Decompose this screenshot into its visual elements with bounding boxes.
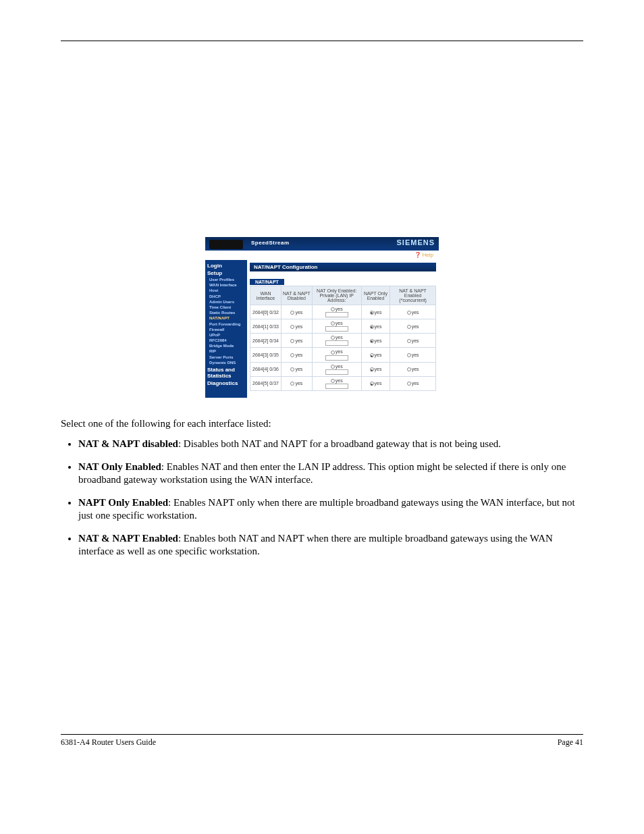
ip-input[interactable] <box>325 384 348 389</box>
radio-icon[interactable] <box>290 382 294 386</box>
sidebar-item-active[interactable]: NAT/NAPT <box>209 316 245 321</box>
option-text: : Disables both NAT and NAPT for a broad… <box>178 438 501 449</box>
sidebar-item[interactable]: UPnP <box>209 333 245 338</box>
radio-icon[interactable] <box>370 382 374 386</box>
cell-natonly[interactable]: yes <box>312 319 361 334</box>
radio-icon[interactable] <box>331 365 335 369</box>
radio-icon[interactable] <box>331 336 335 340</box>
sidebar-item[interactable]: WAN Interface <box>209 283 245 288</box>
radio-icon[interactable] <box>407 325 411 329</box>
ip-input[interactable] <box>325 340 348 346</box>
radio-icon[interactable] <box>331 307 335 311</box>
radio-icon[interactable] <box>290 325 294 329</box>
cell-naptonly[interactable]: yes <box>361 362 390 376</box>
sidebar-item[interactable]: RFC2684 <box>209 338 245 343</box>
cell-iface: 2684[1] 0/33 <box>250 319 281 334</box>
cell-disabled[interactable]: yes <box>281 348 312 362</box>
option-label: NAT & NAPT Enabled <box>78 533 178 544</box>
radio-icon[interactable] <box>370 353 374 357</box>
sidebar-item[interactable]: Static Routes <box>209 311 245 315</box>
radio-icon[interactable] <box>331 379 335 383</box>
cell-naptonly[interactable]: yes <box>361 334 390 348</box>
radio-icon[interactable] <box>290 339 294 343</box>
cell-both[interactable]: yes <box>390 334 436 348</box>
cell-iface: 2684[5] 0/37 <box>250 376 281 390</box>
cell-disabled[interactable]: yes <box>281 376 312 390</box>
radio-icon[interactable] <box>290 367 294 371</box>
cell-naptonly[interactable]: yes <box>361 376 390 390</box>
cell-both[interactable]: yes <box>390 305 436 319</box>
table-row: 2684[5] 0/37yesyesyesyes <box>250 376 436 390</box>
ip-input[interactable] <box>325 355 348 361</box>
cell-both[interactable]: yes <box>390 348 436 362</box>
shot-main: NAT/NAPT Configuration NAT/NAPT WAN Inte… <box>247 260 439 398</box>
cell-naptonly[interactable]: yes <box>361 305 390 319</box>
cell-natonly[interactable]: yes <box>312 334 361 348</box>
cell-iface: 2684[0] 0/32 <box>250 305 281 319</box>
sidebar-item[interactable]: Host <box>209 288 245 293</box>
top-rule <box>61 41 583 41</box>
th-both: NAT & NAPT Enabled (*concurrent) <box>390 286 436 305</box>
radio-icon[interactable] <box>407 339 411 343</box>
sidebar-item[interactable]: User Profiles <box>209 278 245 282</box>
sidebar-item[interactable]: Bridge Mode <box>209 344 245 348</box>
radio-icon[interactable] <box>370 325 374 329</box>
sidebar-item[interactable]: RIP <box>209 349 245 354</box>
sidebar-item[interactable]: Admin Users <box>209 300 245 305</box>
radio-icon[interactable] <box>407 382 411 386</box>
panel-title: NAT/NAPT Configuration <box>250 263 436 271</box>
cell-natonly[interactable]: yes <box>312 305 361 319</box>
radio-icon[interactable] <box>370 339 374 343</box>
cell-naptonly[interactable]: yes <box>361 348 390 362</box>
sidebar-status[interactable]: Status and Statistics <box>207 367 245 379</box>
radio-icon[interactable] <box>370 367 374 371</box>
sidebar-setup[interactable]: Setup <box>207 270 245 276</box>
sidebar-item[interactable]: Port Forwarding <box>209 322 245 327</box>
cell-both[interactable]: yes <box>390 319 436 334</box>
radio-icon[interactable] <box>290 311 294 315</box>
tab-natnapt[interactable]: NAT/NAPT <box>250 279 284 285</box>
sidebar-item[interactable]: Firewall <box>209 328 245 332</box>
cell-naptonly[interactable]: yes <box>361 319 390 334</box>
cell-disabled[interactable]: yes <box>281 362 312 376</box>
cell-both[interactable]: yes <box>390 376 436 390</box>
router-image <box>209 240 243 249</box>
radio-icon[interactable] <box>290 353 294 357</box>
help-label: Help <box>423 252 433 258</box>
sidebar: Login Setup User Profiles WAN Interface … <box>205 260 247 398</box>
ip-input[interactable] <box>325 369 348 375</box>
cell-natonly[interactable]: yes <box>312 376 361 390</box>
sidebar-item[interactable]: Time Client <box>209 305 245 310</box>
config-screenshot: SpeedStream SIEMENS Help Login Setup Use… <box>205 237 439 398</box>
radio-icon[interactable] <box>331 350 335 355</box>
cell-disabled[interactable]: yes <box>281 305 312 319</box>
cell-natonly[interactable]: yes <box>312 362 361 376</box>
radio-icon[interactable] <box>407 353 411 357</box>
footer-right: Page 41 <box>558 737 583 748</box>
radio-icon[interactable] <box>407 311 411 315</box>
table-row: 2684[1] 0/33yesyesyesyes <box>250 319 436 334</box>
th-naptonly: NAPT Only Enabled <box>361 286 390 305</box>
th-wan: WAN Interface <box>250 286 281 305</box>
brand-text: SpeedStream <box>251 240 290 246</box>
sidebar-item[interactable]: DHCP <box>209 294 245 299</box>
ip-input[interactable] <box>325 312 348 317</box>
list-item: NAT & NAPT disabled: Disables both NAT a… <box>78 438 583 451</box>
sidebar-diagnostics[interactable]: Diagnostics <box>207 380 245 386</box>
sidebar-item[interactable]: Server Ports <box>209 355 245 360</box>
cell-disabled[interactable]: yes <box>281 319 312 334</box>
radio-icon[interactable] <box>331 321 335 325</box>
radio-icon[interactable] <box>370 311 374 315</box>
cell-disabled[interactable]: yes <box>281 334 312 348</box>
siemens-logo: SIEMENS <box>396 238 435 246</box>
ip-input[interactable] <box>325 326 348 332</box>
cell-natonly[interactable]: yes <box>312 348 361 362</box>
cell-both[interactable]: yes <box>390 362 436 376</box>
list-item: NAPT Only Enabled: Enables NAPT only whe… <box>78 496 583 523</box>
help-link[interactable]: Help <box>414 252 433 258</box>
radio-icon[interactable] <box>407 367 411 371</box>
option-label: NAT Only Enabled <box>78 461 161 472</box>
sidebar-item[interactable]: Dynamic DNS <box>209 361 245 365</box>
sidebar-login[interactable]: Login <box>207 263 245 269</box>
footer-rule <box>61 734 583 735</box>
